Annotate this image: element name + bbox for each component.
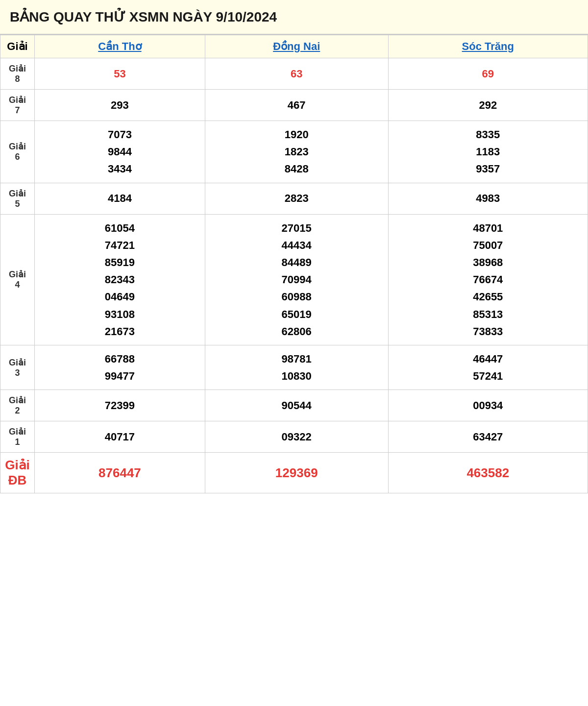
main-title: BẢNG QUAY THỬ XSMN NGÀY 9/10/2024 (0, 0, 588, 35)
cell-soctrang-5: 4644757241 (388, 345, 588, 390)
cell-dongnai-6: 90544 (205, 390, 388, 421)
cell-soctrang-1: 292 (388, 90, 588, 121)
lottery-table: Giải Cần Thơ Đồng Nai Sóc Trăng Giải8536… (0, 35, 588, 493)
cell-soctrang-2: 833511839357 (388, 121, 588, 183)
prize-label-6: Giải2 (0, 390, 35, 421)
prize-label-5: Giải3 (0, 345, 35, 390)
header-soctrang[interactable]: Sóc Trăng (388, 35, 588, 58)
cell-dongnai-7: 09322 (205, 421, 388, 453)
cell-soctrang-4: 48701750073896876674426558531373833 (388, 214, 588, 345)
header-giai: Giải (0, 35, 35, 58)
cell-soctrang-0: 69 (388, 58, 588, 90)
cell-dongnai-4: 27015444348448970994609886501962806 (205, 214, 388, 345)
prize-label-3: Giải5 (0, 183, 35, 214)
cell-cantho-3: 4184 (35, 183, 205, 214)
cell-cantho-2: 707398443434 (35, 121, 205, 183)
cell-soctrang-8: 463582 (388, 453, 588, 493)
cell-dongnai-5: 9878110830 (205, 345, 388, 390)
cell-soctrang-6: 00934 (388, 390, 588, 421)
cell-soctrang-3: 4983 (388, 183, 588, 214)
header-dongnai[interactable]: Đồng Nai (205, 35, 388, 58)
cell-dongnai-3: 2823 (205, 183, 388, 214)
prize-label-0: Giải8 (0, 58, 35, 90)
cell-cantho-4: 61054747218591982343046499310821673 (35, 214, 205, 345)
cell-dongnai-8: 129369 (205, 453, 388, 493)
cell-cantho-8: 876447 (35, 453, 205, 493)
prize-label-2: Giải6 (0, 121, 35, 183)
cell-dongnai-1: 467 (205, 90, 388, 121)
cell-cantho-6: 72399 (35, 390, 205, 421)
cell-cantho-7: 40717 (35, 421, 205, 453)
prize-label-8: GiảiĐB (0, 453, 35, 493)
prize-label-4: Giải4 (0, 214, 35, 345)
header-cantho[interactable]: Cần Thơ (35, 35, 205, 58)
cell-cantho-1: 293 (35, 90, 205, 121)
cell-cantho-5: 6678899477 (35, 345, 205, 390)
cell-dongnai-0: 63 (205, 58, 388, 90)
cell-soctrang-7: 63427 (388, 421, 588, 453)
cell-dongnai-2: 192018238428 (205, 121, 388, 183)
prize-label-1: Giải7 (0, 90, 35, 121)
prize-label-7: Giải1 (0, 421, 35, 453)
cell-cantho-0: 53 (35, 58, 205, 90)
